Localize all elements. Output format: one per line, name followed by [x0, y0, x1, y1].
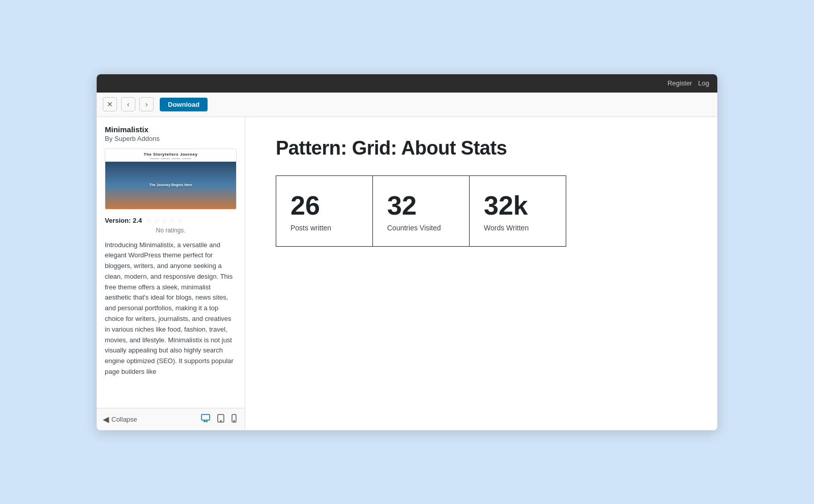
stat-card-0: 26 Posts written	[276, 175, 373, 247]
browser-window: Register Log ✕ ‹ › Download Minimalistix…	[97, 74, 717, 430]
preview-site-title: The Storytellers Journey	[109, 152, 232, 157]
star-2[interactable]: ☆	[154, 217, 160, 225]
sidebar-bottom: ◀ Collapse	[97, 408, 245, 430]
theme-description: Introducing Minimalistix, a versatile an…	[105, 240, 237, 377]
star-3[interactable]: ☆	[161, 217, 168, 225]
stat-number-2: 32k	[484, 192, 551, 219]
stat-number-1: 32	[387, 192, 455, 219]
star-5[interactable]: ☆	[177, 217, 183, 225]
star-4[interactable]: ☆	[169, 217, 176, 225]
download-button[interactable]: Download	[160, 98, 208, 111]
svg-rect-0	[201, 414, 210, 420]
desktop-icon	[201, 414, 210, 422]
tablet-icon	[217, 414, 224, 423]
log-link[interactable]: Log	[698, 79, 709, 87]
star-1[interactable]: ☆	[146, 217, 153, 225]
toolbar: ✕ ‹ › Download	[97, 93, 717, 117]
theme-preview: The Storytellers Journey The Journey Beg…	[105, 149, 237, 210]
page-title: Pattern: Grid: About Stats	[276, 137, 687, 159]
preview-hero-text: The Journey Begins Here	[149, 183, 192, 188]
collapse-label: Collapse	[111, 416, 137, 423]
stat-label-2: Words Written	[484, 224, 551, 232]
top-bar: Register Log	[97, 74, 717, 93]
content-area: Pattern: Grid: About Stats 26 Posts writ…	[245, 117, 717, 430]
version-label: Version: 2.4	[105, 217, 142, 224]
mobile-view-button[interactable]	[229, 413, 239, 426]
sidebar-scroll[interactable]: Minimalistix By Superb Addons The Storyt…	[97, 117, 245, 408]
back-button[interactable]: ‹	[121, 97, 135, 111]
mobile-icon	[231, 414, 237, 423]
collapse-icon: ◀	[103, 414, 109, 424]
tablet-view-button[interactable]	[215, 413, 226, 426]
stats-grid: 26 Posts written 32 Countries Visited 32…	[276, 175, 687, 246]
desktop-view-button[interactable]	[199, 413, 212, 426]
svg-point-5	[220, 420, 221, 421]
svg-point-7	[234, 420, 235, 421]
star-rating[interactable]: ☆ ☆ ☆ ☆ ☆	[146, 217, 183, 225]
sidebar: Minimalistix By Superb Addons The Storyt…	[97, 117, 245, 430]
view-icons	[199, 413, 239, 426]
version-row: Version: 2.4 ☆ ☆ ☆ ☆ ☆	[105, 217, 237, 225]
theme-name: Minimalistix	[105, 125, 237, 134]
no-ratings: No ratings.	[105, 227, 237, 234]
stat-label-1: Countries Visited	[387, 224, 455, 232]
stat-card-2: 32k Words Written	[469, 175, 566, 247]
stat-number-0: 26	[290, 192, 358, 219]
stat-card-1: 32 Countries Visited	[372, 175, 470, 247]
theme-author: By Superb Addons	[105, 135, 237, 142]
stat-label-0: Posts written	[290, 224, 358, 232]
collapse-button[interactable]: ◀ Collapse	[103, 414, 137, 424]
main-layout: Minimalistix By Superb Addons The Storyt…	[97, 117, 717, 430]
forward-button[interactable]: ›	[139, 97, 154, 111]
register-link[interactable]: Register	[667, 79, 692, 87]
preview-hero: The Journey Begins Here	[105, 162, 236, 209]
preview-nav-dots	[109, 158, 232, 159]
close-button[interactable]: ✕	[103, 97, 117, 111]
